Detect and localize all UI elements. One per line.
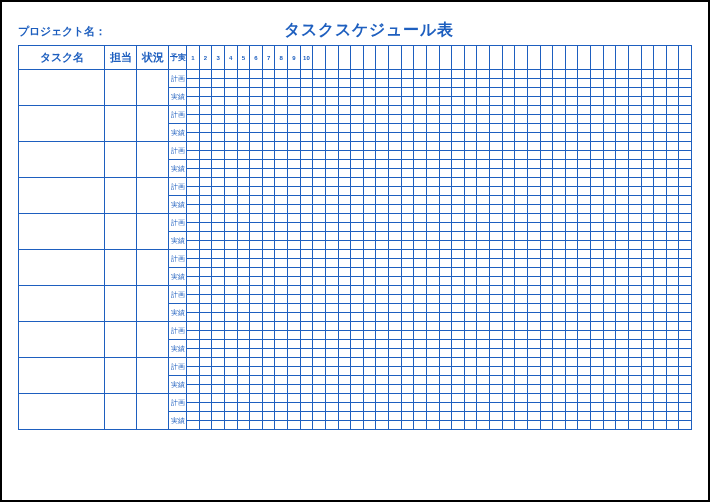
schedule-cell — [477, 178, 490, 187]
schedule-cell — [250, 295, 263, 304]
schedule-cell — [187, 259, 200, 268]
schedule-cell — [553, 340, 566, 349]
schedule-cell — [603, 160, 616, 169]
day-number-cell — [515, 46, 528, 70]
schedule-cell — [426, 295, 439, 304]
schedule-cell — [300, 421, 313, 430]
schedule-cell — [452, 97, 465, 106]
schedule-cell — [401, 313, 414, 322]
schedule-cell — [325, 385, 338, 394]
schedule-cell — [452, 214, 465, 223]
schedule-cell — [540, 169, 553, 178]
schedule-cell — [338, 331, 351, 340]
schedule-cell — [426, 232, 439, 241]
schedule-cell — [262, 70, 275, 79]
schedule-cell — [464, 196, 477, 205]
schedule-cell — [288, 160, 301, 169]
schedule-cell — [224, 124, 237, 133]
schedule-cell — [237, 358, 250, 367]
schedule-cell — [591, 70, 604, 79]
schedule-cell — [616, 412, 629, 421]
schedule-cell — [389, 88, 402, 97]
schedule-cell — [490, 79, 503, 88]
schedule-cell — [426, 142, 439, 151]
schedule-cell — [553, 394, 566, 403]
schedule-cell — [490, 304, 503, 313]
schedule-cell — [262, 106, 275, 115]
schedule-cell — [376, 421, 389, 430]
schedule-cell — [401, 151, 414, 160]
schedule-cell — [540, 403, 553, 412]
schedule-cell — [591, 313, 604, 322]
person-cell — [105, 322, 137, 358]
schedule-cell — [490, 124, 503, 133]
schedule-cell — [641, 412, 654, 421]
schedule-cell — [351, 142, 364, 151]
schedule-cell — [553, 358, 566, 367]
day-number-cell — [426, 46, 439, 70]
schedule-cell — [250, 268, 263, 277]
schedule-cell — [527, 313, 540, 322]
schedule-cell — [250, 205, 263, 214]
schedule-cell — [187, 322, 200, 331]
schedule-cell — [351, 124, 364, 133]
schedule-cell — [654, 187, 667, 196]
schedule-cell — [654, 169, 667, 178]
schedule-cell — [187, 205, 200, 214]
schedule-cell — [527, 223, 540, 232]
schedule-cell — [275, 322, 288, 331]
schedule-cell — [414, 421, 427, 430]
schedule-cell — [452, 106, 465, 115]
schedule-cell — [300, 70, 313, 79]
schedule-cell — [439, 304, 452, 313]
schedule-cell — [237, 178, 250, 187]
schedule-cell — [628, 286, 641, 295]
schedule-cell — [426, 394, 439, 403]
schedule-cell — [603, 178, 616, 187]
schedule-cell — [414, 295, 427, 304]
schedule-cell — [325, 340, 338, 349]
schedule-cell — [414, 349, 427, 358]
schedule-cell — [490, 376, 503, 385]
schedule-cell — [300, 79, 313, 88]
schedule-cell — [439, 376, 452, 385]
schedule-cell — [262, 160, 275, 169]
schedule-cell — [275, 385, 288, 394]
schedule-cell — [527, 286, 540, 295]
schedule-cell — [603, 268, 616, 277]
schedule-cell — [641, 241, 654, 250]
schedule-cell — [300, 187, 313, 196]
schedule-cell — [426, 106, 439, 115]
schedule-cell — [666, 196, 679, 205]
schedule-cell — [288, 421, 301, 430]
schedule-cell — [224, 412, 237, 421]
schedule-cell — [325, 313, 338, 322]
schedule-cell — [288, 169, 301, 178]
task-name-cell — [19, 394, 105, 430]
schedule-cell — [401, 421, 414, 430]
schedule-cell — [363, 340, 376, 349]
schedule-cell — [578, 169, 591, 178]
schedule-cell — [275, 97, 288, 106]
schedule-cell — [628, 70, 641, 79]
schedule-cell — [565, 88, 578, 97]
schedule-cell — [313, 97, 326, 106]
schedule-cell — [325, 376, 338, 385]
schedule-cell — [553, 322, 566, 331]
schedule-cell — [641, 421, 654, 430]
schedule-cell — [199, 394, 212, 403]
schedule-cell — [389, 394, 402, 403]
schedule-cell — [212, 259, 225, 268]
col-header-status: 状況 — [137, 46, 169, 70]
schedule-cell — [426, 133, 439, 142]
schedule-cell — [679, 367, 692, 376]
schedule-cell — [275, 367, 288, 376]
schedule-cell — [250, 178, 263, 187]
day-number-cell — [578, 46, 591, 70]
schedule-cell — [401, 385, 414, 394]
schedule-cell — [490, 205, 503, 214]
schedule-cell — [628, 421, 641, 430]
schedule-cell — [237, 187, 250, 196]
schedule-cell — [641, 115, 654, 124]
schedule-cell — [591, 340, 604, 349]
